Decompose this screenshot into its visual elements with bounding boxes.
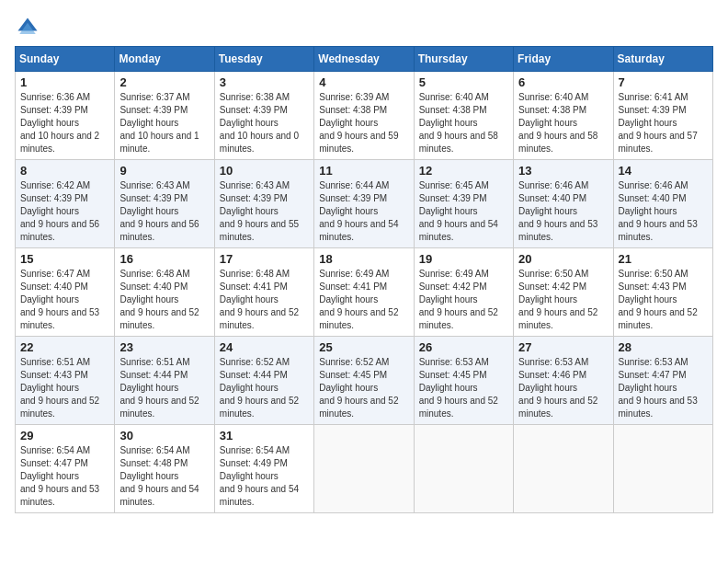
day-info: Sunrise: 6:43 AM Sunset: 4:39 PM Dayligh… [119, 179, 209, 244]
sunset-label: Sunset: 4:45 PM [319, 370, 387, 380]
sunset-label: Sunset: 4:39 PM [419, 193, 487, 203]
daylight-value: and 9 hours and 54 minutes. [220, 484, 299, 507]
weekday-header-thursday: Thursday [414, 47, 513, 72]
page-header [15, 15, 713, 40]
sunrise-label: Sunrise: 6:50 AM [619, 269, 688, 279]
day-info: Sunrise: 6:49 AM Sunset: 4:42 PM Dayligh… [419, 268, 508, 332]
daylight-value: and 9 hours and 57 minutes. [619, 131, 698, 154]
daylight-value: and 10 hours and 0 minutes. [220, 131, 299, 154]
day-number: 31 [220, 429, 309, 442]
calendar-cell: 26 Sunrise: 6:53 AM Sunset: 4:45 PM Dayl… [414, 337, 513, 425]
daylight-value: and 9 hours and 52 minutes. [119, 307, 199, 330]
daylight-value: and 9 hours and 52 minutes. [518, 307, 597, 330]
sunset-label: Sunset: 4:38 PM [419, 105, 487, 115]
daylight-label: Daylight hours [119, 118, 178, 128]
daylight-value: and 9 hours and 52 minutes. [619, 307, 698, 330]
daylight-value: and 9 hours and 52 minutes. [319, 396, 398, 419]
sunrise-label: Sunrise: 6:45 AM [419, 180, 489, 190]
day-info: Sunrise: 6:54 AM Sunset: 4:48 PM Dayligh… [119, 444, 209, 509]
daylight-label: Daylight hours [220, 206, 279, 216]
day-number: 6 [518, 75, 608, 89]
calendar-week-4: 22 Sunrise: 6:51 AM Sunset: 4:43 PM Dayl… [16, 337, 713, 425]
daylight-label: Daylight hours [619, 206, 677, 216]
sunset-label: Sunset: 4:40 PM [518, 193, 586, 203]
day-number: 30 [119, 429, 209, 442]
daylight-value: and 9 hours and 52 minutes. [319, 307, 398, 330]
calendar-cell: 13 Sunrise: 6:46 AM Sunset: 4:40 PM Dayl… [514, 160, 613, 248]
calendar-cell: 24 Sunrise: 6:52 AM Sunset: 4:44 PM Dayl… [214, 337, 313, 425]
sunset-label: Sunset: 4:43 PM [20, 370, 88, 380]
day-info: Sunrise: 6:39 AM Sunset: 4:38 PM Dayligh… [319, 91, 408, 155]
calendar-cell: 12 Sunrise: 6:45 AM Sunset: 4:39 PM Dayl… [414, 160, 513, 248]
day-info: Sunrise: 6:47 AM Sunset: 4:40 PM Dayligh… [20, 268, 109, 332]
day-number: 23 [119, 340, 209, 354]
sunset-label: Sunset: 4:47 PM [20, 458, 88, 468]
calendar-cell: 6 Sunrise: 6:40 AM Sunset: 4:38 PM Dayli… [514, 72, 613, 160]
sunrise-label: Sunrise: 6:41 AM [619, 92, 688, 102]
daylight-label: Daylight hours [220, 383, 279, 393]
sunrise-label: Sunrise: 6:54 AM [119, 445, 189, 455]
daylight-label: Daylight hours [619, 383, 677, 393]
sunrise-label: Sunrise: 6:51 AM [20, 357, 90, 367]
sunset-label: Sunset: 4:39 PM [220, 193, 288, 203]
calendar-cell [613, 425, 712, 513]
sunrise-label: Sunrise: 6:54 AM [20, 445, 90, 455]
calendar-cell: 2 Sunrise: 6:37 AM Sunset: 4:39 PM Dayli… [115, 72, 214, 160]
day-info: Sunrise: 6:53 AM Sunset: 4:47 PM Dayligh… [619, 356, 708, 420]
day-number: 20 [518, 252, 608, 266]
daylight-label: Daylight hours [20, 206, 79, 216]
calendar-cell: 9 Sunrise: 6:43 AM Sunset: 4:39 PM Dayli… [115, 160, 214, 248]
calendar-cell: 10 Sunrise: 6:43 AM Sunset: 4:39 PM Dayl… [214, 160, 313, 248]
day-number: 1 [20, 75, 109, 89]
day-info: Sunrise: 6:51 AM Sunset: 4:43 PM Dayligh… [20, 356, 109, 420]
sunrise-label: Sunrise: 6:53 AM [419, 357, 489, 367]
daylight-label: Daylight hours [319, 206, 378, 216]
weekday-header-tuesday: Tuesday [214, 47, 313, 72]
logo-icon [15, 15, 40, 40]
daylight-label: Daylight hours [518, 383, 577, 393]
daylight-value: and 9 hours and 52 minutes. [220, 307, 299, 330]
calendar-cell: 18 Sunrise: 6:49 AM Sunset: 4:41 PM Dayl… [314, 248, 414, 337]
calendar-cell: 5 Sunrise: 6:40 AM Sunset: 4:38 PM Dayli… [414, 72, 513, 160]
sunset-label: Sunset: 4:44 PM [220, 370, 288, 380]
daylight-label: Daylight hours [518, 206, 577, 216]
sunrise-label: Sunrise: 6:37 AM [119, 92, 189, 102]
daylight-value: and 9 hours and 53 minutes. [518, 219, 597, 242]
sunset-label: Sunset: 4:39 PM [619, 105, 687, 115]
sunset-label: Sunset: 4:44 PM [119, 370, 188, 380]
sunrise-label: Sunrise: 6:49 AM [319, 269, 389, 279]
day-info: Sunrise: 6:40 AM Sunset: 4:38 PM Dayligh… [518, 91, 608, 155]
calendar-cell: 20 Sunrise: 6:50 AM Sunset: 4:42 PM Dayl… [514, 248, 613, 337]
daylight-label: Daylight hours [419, 118, 478, 128]
daylight-value: and 9 hours and 59 minutes. [319, 131, 398, 154]
day-number: 13 [518, 164, 608, 178]
day-info: Sunrise: 6:50 AM Sunset: 4:42 PM Dayligh… [518, 268, 608, 332]
calendar-week-5: 29 Sunrise: 6:54 AM Sunset: 4:47 PM Dayl… [16, 425, 713, 513]
day-number: 4 [319, 75, 408, 89]
calendar-cell: 3 Sunrise: 6:38 AM Sunset: 4:39 PM Dayli… [214, 72, 313, 160]
calendar-cell: 22 Sunrise: 6:51 AM Sunset: 4:43 PM Dayl… [16, 337, 115, 425]
daylight-label: Daylight hours [20, 383, 79, 393]
daylight-label: Daylight hours [419, 294, 478, 304]
daylight-value: and 9 hours and 54 minutes. [319, 219, 398, 242]
daylight-label: Daylight hours [619, 118, 677, 128]
calendar-cell: 15 Sunrise: 6:47 AM Sunset: 4:40 PM Dayl… [16, 248, 115, 337]
calendar-cell: 23 Sunrise: 6:51 AM Sunset: 4:44 PM Dayl… [115, 337, 214, 425]
sunset-label: Sunset: 4:41 PM [220, 282, 288, 292]
calendar-cell: 17 Sunrise: 6:48 AM Sunset: 4:41 PM Dayl… [214, 248, 313, 337]
calendar-week-2: 8 Sunrise: 6:42 AM Sunset: 4:39 PM Dayli… [16, 160, 713, 248]
daylight-value: and 9 hours and 54 minutes. [419, 219, 498, 242]
day-info: Sunrise: 6:37 AM Sunset: 4:39 PM Dayligh… [119, 91, 209, 155]
daylight-value: and 9 hours and 56 minutes. [20, 219, 99, 242]
day-info: Sunrise: 6:54 AM Sunset: 4:47 PM Dayligh… [20, 444, 109, 509]
day-info: Sunrise: 6:51 AM Sunset: 4:44 PM Dayligh… [119, 356, 209, 420]
calendar-cell: 28 Sunrise: 6:53 AM Sunset: 4:47 PM Dayl… [613, 337, 712, 425]
daylight-value: and 9 hours and 56 minutes. [119, 219, 199, 242]
sunrise-label: Sunrise: 6:43 AM [220, 180, 290, 190]
day-info: Sunrise: 6:46 AM Sunset: 4:40 PM Dayligh… [619, 179, 708, 244]
day-info: Sunrise: 6:49 AM Sunset: 4:41 PM Dayligh… [319, 268, 408, 332]
daylight-label: Daylight hours [220, 294, 279, 304]
daylight-value: and 9 hours and 55 minutes. [220, 219, 299, 242]
sunset-label: Sunset: 4:41 PM [319, 282, 387, 292]
day-info: Sunrise: 6:36 AM Sunset: 4:39 PM Dayligh… [20, 91, 109, 155]
